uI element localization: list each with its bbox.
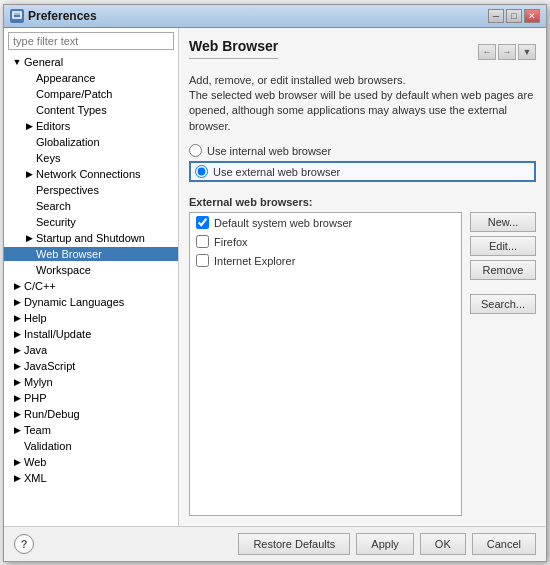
sidebar-label-workspace: Workspace: [36, 264, 91, 276]
sidebar-label-help: Help: [24, 312, 47, 324]
arrow-help: [12, 313, 22, 323]
minimize-button[interactable]: ─: [488, 9, 504, 23]
panel-title: Web Browser: [189, 38, 278, 59]
browsers-section: Default system web browserFirefoxInterne…: [189, 212, 536, 515]
nav-forward-button[interactable]: →: [498, 44, 516, 60]
browser-item-firefox[interactable]: Firefox: [190, 232, 461, 251]
ok-button[interactable]: OK: [420, 533, 466, 555]
window-title: Preferences: [28, 9, 97, 23]
sidebar-item-java[interactable]: Java: [4, 342, 178, 358]
browser-label-firefox: Firefox: [214, 236, 248, 248]
sidebar-item-globalization[interactable]: Globalization: [4, 134, 178, 150]
sidebar-label-editors: Editors: [36, 120, 70, 132]
sidebar-label-web-browser: Web Browser: [36, 248, 102, 260]
svg-rect-0: [13, 12, 21, 18]
sidebar-item-install-update[interactable]: Install/Update: [4, 326, 178, 342]
sidebar-label-compare-patch: Compare/Patch: [36, 88, 112, 100]
sidebar-label-run-debug: Run/Debug: [24, 408, 80, 420]
content-area: GeneralAppearanceCompare/PatchContent Ty…: [4, 28, 546, 526]
nav-back-button[interactable]: ←: [478, 44, 496, 60]
sidebar-item-content-types[interactable]: Content Types: [4, 102, 178, 118]
main-panel: Web Browser ← → ▼ Add, remove, or edit i…: [179, 28, 546, 526]
title-buttons: ─ □ ✕: [488, 9, 540, 23]
radio-internal-label: Use internal web browser: [207, 145, 331, 157]
bottom-bar: ? Restore Defaults Apply OK Cancel: [4, 526, 546, 561]
browser-item-ie[interactable]: Internet Explorer: [190, 251, 461, 270]
sidebar-item-dynamic-languages[interactable]: Dynamic Languages: [4, 294, 178, 310]
sidebar-item-cpp[interactable]: C/C++: [4, 278, 178, 294]
sidebar-label-globalization: Globalization: [36, 136, 100, 148]
panel-header: Web Browser ← → ▼: [189, 38, 536, 67]
sidebar-item-run-debug[interactable]: Run/Debug: [4, 406, 178, 422]
preferences-window: Preferences ─ □ ✕ GeneralAppearanceCompa…: [3, 4, 547, 562]
sidebar-item-xml[interactable]: XML: [4, 470, 178, 486]
remove-button[interactable]: Remove: [470, 260, 536, 280]
browser-checkbox-default-sys[interactable]: [196, 216, 209, 229]
arrow-team: [12, 425, 22, 435]
sidebar-item-compare-patch[interactable]: Compare/Patch: [4, 86, 178, 102]
sidebar-item-team[interactable]: Team: [4, 422, 178, 438]
sidebar-item-mylyn[interactable]: Mylyn: [4, 374, 178, 390]
browser-label-default-sys: Default system web browser: [214, 217, 352, 229]
arrow-network-connections: [24, 169, 34, 179]
arrow-xml: [12, 473, 22, 483]
apply-button[interactable]: Apply: [356, 533, 414, 555]
sidebar-item-web-browser[interactable]: Web Browser: [4, 246, 178, 262]
edit-button[interactable]: Edit...: [470, 236, 536, 256]
sidebar: GeneralAppearanceCompare/PatchContent Ty…: [4, 28, 179, 526]
maximize-button[interactable]: □: [506, 9, 522, 23]
sidebar-item-editors[interactable]: Editors: [4, 118, 178, 134]
browser-item-default-sys[interactable]: Default system web browser: [190, 213, 461, 232]
arrow-java: [12, 345, 22, 355]
sidebar-label-web: Web: [24, 456, 46, 468]
sidebar-label-keys: Keys: [36, 152, 60, 164]
nav-icons: ← → ▼: [478, 44, 536, 60]
browser-checkbox-firefox[interactable]: [196, 235, 209, 248]
sidebar-label-network-connections: Network Connections: [36, 168, 141, 180]
new-button[interactable]: New...: [470, 212, 536, 232]
sidebar-item-php[interactable]: PHP: [4, 390, 178, 406]
sidebar-item-appearance[interactable]: Appearance: [4, 70, 178, 86]
sidebar-item-validation[interactable]: Validation: [4, 438, 178, 454]
sidebar-item-keys[interactable]: Keys: [4, 150, 178, 166]
sidebar-item-web[interactable]: Web: [4, 454, 178, 470]
sidebar-label-cpp: C/C++: [24, 280, 56, 292]
sidebar-item-general[interactable]: General: [4, 54, 178, 70]
description-text: Add, remove, or edit installed web brows…: [189, 73, 536, 135]
sidebar-item-perspectives[interactable]: Perspectives: [4, 182, 178, 198]
sidebar-item-startup-shutdown[interactable]: Startup and Shutdown: [4, 230, 178, 246]
sidebar-label-php: PHP: [24, 392, 47, 404]
title-bar-left: Preferences: [10, 9, 97, 23]
restore-defaults-button[interactable]: Restore Defaults: [238, 533, 350, 555]
browser-checkbox-ie[interactable]: [196, 254, 209, 267]
sidebar-item-search[interactable]: Search: [4, 198, 178, 214]
arrow-run-debug: [12, 409, 22, 419]
sidebar-item-javascript[interactable]: JavaScript: [4, 358, 178, 374]
bottom-right: Restore Defaults Apply OK Cancel: [238, 533, 536, 555]
sidebar-item-network-connections[interactable]: Network Connections: [4, 166, 178, 182]
window-icon: [10, 9, 24, 23]
arrow-editors: [24, 121, 34, 131]
sidebar-label-mylyn: Mylyn: [24, 376, 53, 388]
cancel-button[interactable]: Cancel: [472, 533, 536, 555]
radio-group: Use internal web browser Use external we…: [189, 144, 536, 186]
sidebar-label-xml: XML: [24, 472, 47, 484]
sidebar-label-perspectives: Perspectives: [36, 184, 99, 196]
nav-dropdown-button[interactable]: ▼: [518, 44, 536, 60]
radio-internal-option: Use internal web browser: [189, 144, 536, 157]
close-button[interactable]: ✕: [524, 9, 540, 23]
sidebar-label-security: Security: [36, 216, 76, 228]
radio-internal[interactable]: [189, 144, 202, 157]
radio-external[interactable]: [195, 165, 208, 178]
search-button[interactable]: Search...: [470, 294, 536, 314]
sidebar-item-workspace[interactable]: Workspace: [4, 262, 178, 278]
sidebar-label-javascript: JavaScript: [24, 360, 75, 372]
sidebar-label-startup-shutdown: Startup and Shutdown: [36, 232, 145, 244]
sidebar-item-help[interactable]: Help: [4, 310, 178, 326]
arrow-mylyn: [12, 377, 22, 387]
radio-external-option: Use external web browser: [189, 161, 536, 182]
sidebar-item-security[interactable]: Security: [4, 214, 178, 230]
filter-input[interactable]: [8, 32, 174, 50]
arrow-install-update: [12, 329, 22, 339]
help-button[interactable]: ?: [14, 534, 34, 554]
